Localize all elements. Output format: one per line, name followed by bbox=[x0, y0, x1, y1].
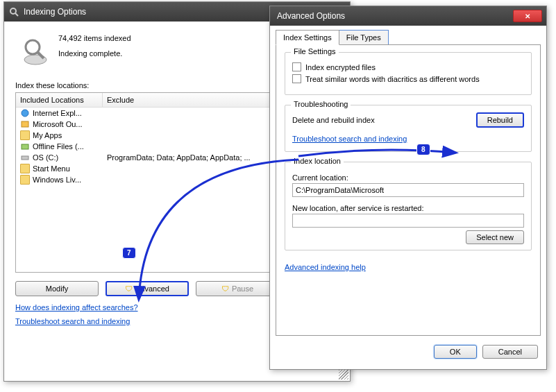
indexing-icon bbox=[8, 6, 19, 17]
index-encrypted-checkbox[interactable] bbox=[292, 62, 301, 71]
svg-rect-8 bbox=[22, 156, 28, 160]
folder-icon bbox=[20, 130, 30, 140]
file-settings-title: File Settings bbox=[291, 47, 339, 56]
troubleshoot-search-link[interactable]: Troubleshoot search and indexing bbox=[292, 135, 407, 143]
folder-icon bbox=[20, 175, 30, 185]
svg-line-1 bbox=[15, 13, 18, 16]
indexed-count: 74,492 items indexed bbox=[58, 34, 131, 42]
outlook-icon bbox=[20, 119, 30, 129]
ie-icon bbox=[20, 108, 30, 118]
advanced-indexing-help-link[interactable]: Advanced indexing help bbox=[285, 263, 366, 271]
svg-rect-6 bbox=[22, 121, 28, 127]
diacritics-checkbox[interactable] bbox=[292, 74, 301, 83]
advanced-options-title: Advanced Options bbox=[274, 11, 513, 21]
indexing-large-icon bbox=[18, 34, 53, 69]
new-location-label: New location, after service is restarted… bbox=[292, 204, 524, 212]
svg-point-0 bbox=[10, 8, 16, 14]
callout-7: 7 bbox=[122, 247, 136, 259]
ok-button[interactable]: OK bbox=[434, 345, 477, 359]
troubleshoot-link[interactable]: Troubleshoot search and indexing bbox=[15, 317, 130, 325]
svg-rect-7 bbox=[22, 144, 28, 149]
drive-icon bbox=[20, 153, 30, 162]
troubleshooting-title: Troubleshooting bbox=[291, 100, 351, 108]
current-location-value: C:\ProgramData\Microsoft bbox=[292, 183, 524, 197]
diacritics-label: Treat similar words with diacritics as d… bbox=[305, 75, 480, 83]
troubleshooting-group: Troubleshooting Delete and rebuild index… bbox=[285, 105, 532, 152]
index-encrypted-label: Index encrypted files bbox=[305, 63, 376, 71]
offline-files-icon bbox=[20, 142, 30, 151]
folder-icon bbox=[20, 164, 30, 173]
advanced-options-window: Advanced Options ✕ Index Settings File T… bbox=[269, 6, 547, 370]
index-location-group: Index location Current location: C:\Prog… bbox=[285, 162, 532, 250]
close-button[interactable]: ✕ bbox=[513, 10, 542, 22]
tab-file-types[interactable]: File Types bbox=[339, 30, 389, 45]
shield-icon: 🛡 bbox=[221, 284, 229, 293]
advanced-options-titlebar[interactable]: Advanced Options ✕ bbox=[270, 6, 546, 26]
new-location-input[interactable] bbox=[292, 214, 524, 228]
index-location-title: Index location bbox=[291, 157, 344, 165]
index-settings-panel: File Settings Index encrypted files Trea… bbox=[276, 44, 541, 336]
file-settings-group: File Settings Index encrypted files Trea… bbox=[285, 52, 532, 95]
cancel-button[interactable]: Cancel bbox=[482, 345, 538, 359]
how-indexing-link[interactable]: How does indexing affect searches? bbox=[15, 303, 138, 312]
indexing-state: Indexing complete. bbox=[58, 49, 131, 58]
current-location-label: Current location: bbox=[292, 173, 524, 182]
callout-8: 8 bbox=[416, 144, 430, 155]
resize-grip[interactable] bbox=[339, 370, 348, 380]
shield-icon: 🛡 bbox=[125, 284, 133, 293]
rebuild-button[interactable]: Rebuild bbox=[476, 112, 524, 128]
svg-point-5 bbox=[22, 110, 28, 117]
column-included[interactable]: Included Locations bbox=[16, 93, 103, 107]
delete-rebuild-label: Delete and rebuild index bbox=[292, 116, 375, 124]
tab-index-settings[interactable]: Index Settings bbox=[276, 30, 339, 45]
select-new-button[interactable]: Select new bbox=[466, 230, 524, 244]
modify-button[interactable]: Modify bbox=[15, 281, 99, 296]
pause-button[interactable]: 🛡Pause bbox=[196, 281, 279, 296]
advanced-button[interactable]: 🛡Advanced bbox=[106, 281, 189, 296]
